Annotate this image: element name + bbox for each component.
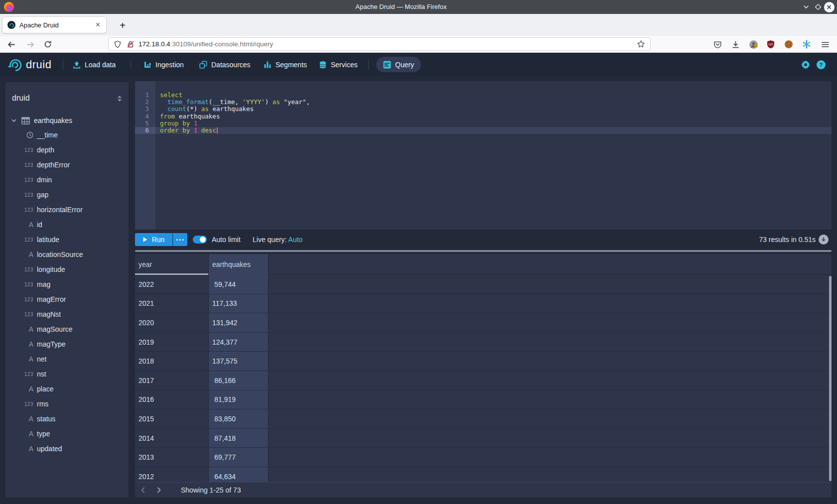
back-button[interactable] [5,38,17,50]
table-row-2021[interactable]: 2021117,133 [135,294,832,314]
nav-item-services[interactable]: Services [319,53,358,76]
sidebar-column-locationSource[interactable]: AlocationSource [5,247,129,262]
sidebar-column-status[interactable]: Astatus [5,411,129,426]
window-maximize-button[interactable] [812,0,824,14]
table-row-2018[interactable]: 2018137,575 [135,352,832,371]
sidebar-column-net[interactable]: Anet [5,352,129,367]
sidebar-column-nst[interactable]: 123nst [5,367,129,381]
cell-earthquakes[interactable]: 124,377 [209,333,269,352]
run-more-options-button[interactable] [173,233,187,246]
live-query-value[interactable]: Auto [288,236,303,244]
console-content: druid earthquakes __time123depth123depth… [0,76,837,504]
chevron-down-icon[interactable] [11,118,17,124]
line-number: 3 [135,106,155,113]
menu-button[interactable] [819,38,831,50]
sidebar-table-earthquakes[interactable]: earthquakes [5,114,129,127]
table-row-2013[interactable]: 201369,777 [135,448,832,467]
cell-year[interactable]: 2022 [135,275,209,294]
container-extension-button[interactable] [801,38,813,50]
nav-item-ingestion[interactable]: Ingestion [143,53,184,76]
cell-earthquakes[interactable]: 87,418 [209,429,269,448]
sidebar-column-longitude[interactable]: 123longitude [5,262,129,277]
tracking-shield-icon[interactable] [114,40,122,48]
results-scrollbar[interactable] [829,276,832,481]
nav-item-load-data[interactable]: Load data [73,53,116,76]
sidebar-column-updated[interactable]: Aupdated [5,441,129,456]
window-minimize-button[interactable] [800,0,812,14]
sidebar-column-horizontalError[interactable]: 123horizontalError [5,202,129,217]
druid-brand[interactable]: druid [8,53,51,76]
cell-year[interactable]: 2013 [135,448,209,467]
sidebar-column-gap[interactable]: 123gap [5,187,129,202]
cell-earthquakes[interactable]: 59,744 [209,275,269,294]
reload-button[interactable] [42,38,54,50]
auto-limit-toggle[interactable] [193,236,207,244]
cookie-extension-button[interactable] [783,38,795,50]
url-bar[interactable]: 172.18.0.4:30109/unified-console.html#qu… [108,37,651,51]
tab-close-icon[interactable]: × [95,21,101,29]
forward-button[interactable] [24,38,36,50]
bookmark-star-icon[interactable] [637,40,645,48]
cell-year[interactable]: 2014 [135,429,209,448]
sidebar-column-place[interactable]: Aplace [5,381,129,396]
previous-page-button[interactable] [137,484,149,496]
editor-results-splitter[interactable] [135,250,832,252]
table-row-2022[interactable]: 202259,744 [135,275,832,294]
sidebar-column-__time[interactable]: __time [5,127,129,142]
cell-year[interactable]: 2017 [135,371,209,390]
table-row-2020[interactable]: 2020131,942 [135,313,832,333]
pocket-icon [713,40,722,49]
browser-tab[interactable]: Apache Druid × [2,16,107,33]
nav-item-datasources[interactable]: Datasources [199,53,251,76]
cell-year[interactable]: 2016 [135,390,209,409]
cell-year[interactable]: 2019 [135,333,209,352]
table-row-2015[interactable]: 201583,850 [135,409,832,429]
sidebar-column-depthError[interactable]: 123depthError [5,157,129,172]
chevron-right-icon [155,487,162,494]
sidebar-column-depth[interactable]: 123depth [5,142,129,157]
settings-button[interactable] [801,60,811,70]
table-row-2014[interactable]: 201487,418 [135,429,832,448]
ublock-button[interactable]: UO [765,38,777,50]
insecure-lock-icon[interactable] [127,40,135,48]
column-header-earthquakes[interactable]: earthquakes [209,254,269,275]
window-close-button[interactable]: ✕ [823,0,835,14]
cell-earthquakes[interactable]: 69,777 [209,448,269,467]
sidebar-column-magNst[interactable]: 123magNst [5,307,129,322]
cell-earthquakes[interactable]: 81,919 [209,390,269,409]
cell-earthquakes[interactable]: 131,942 [209,313,269,332]
sidebar-column-magSource[interactable]: AmagSource [5,322,129,337]
cell-earthquakes[interactable]: 86,166 [209,371,269,390]
help-button[interactable]: ? [816,60,826,70]
pocket-button[interactable] [711,38,723,50]
sidebar-column-magType[interactable]: AmagType [5,337,129,352]
sidebar-column-dmin[interactable]: 123dmin [5,172,129,187]
cell-year[interactable]: 2015 [135,409,209,428]
sidebar-column-latitude[interactable]: 123latitude [5,232,129,247]
sidebar-column-mag[interactable]: 123mag [5,277,129,292]
sort-columns-button[interactable] [117,95,123,102]
sidebar-column-type[interactable]: Atype [5,426,129,441]
cell-earthquakes[interactable]: 83,850 [209,409,269,428]
cell-year[interactable]: 2021 [135,294,209,313]
nav-item-query[interactable]: Query [376,57,421,72]
downloads-button[interactable] [729,38,741,50]
sql-editor[interactable]: 1select2 time_format(__time, 'YYYY') as … [135,81,832,230]
table-row-2017[interactable]: 201786,166 [135,371,832,390]
sidebar-column-rms[interactable]: 123rms [5,396,129,411]
download-results-button[interactable] [819,235,829,245]
cell-year[interactable]: 2018 [135,352,209,371]
nav-item-segments[interactable]: Segments [264,53,307,76]
table-row-2016[interactable]: 201681,919 [135,390,832,410]
cell-earthquakes[interactable]: 117,133 [209,294,269,313]
table-row-2019[interactable]: 2019124,377 [135,333,832,352]
new-tab-button[interactable]: + [116,18,130,32]
extension-button[interactable] [747,38,759,50]
cell-year[interactable]: 2020 [135,313,209,332]
sidebar-column-magError[interactable]: 123magError [5,292,129,307]
next-page-button[interactable] [153,484,165,496]
column-header-year[interactable]: year [135,254,209,275]
run-button[interactable]: Run [135,233,172,246]
cell-earthquakes[interactable]: 137,575 [209,352,269,371]
sidebar-column-id[interactable]: Aid [5,217,129,232]
